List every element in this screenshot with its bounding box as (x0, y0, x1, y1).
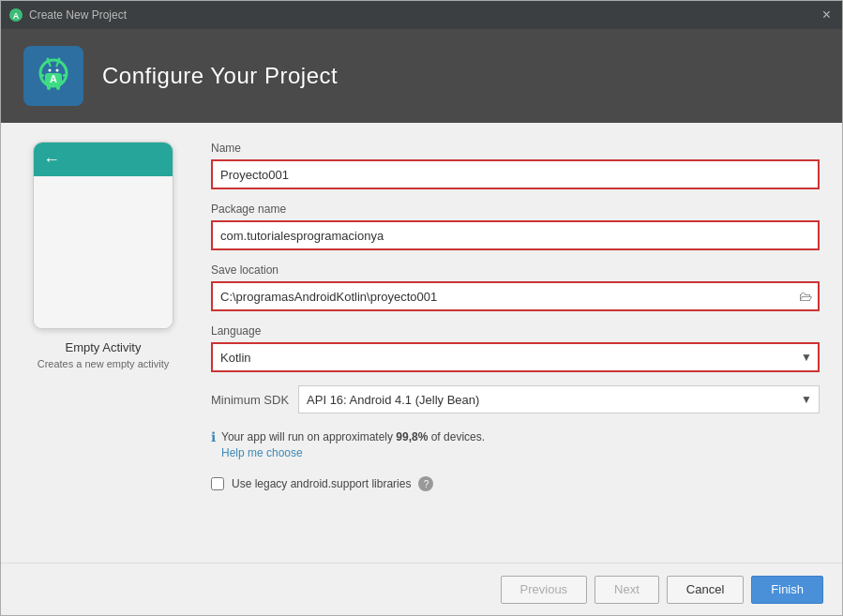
name-input[interactable] (211, 159, 820, 189)
phone-top-bar: ← (34, 143, 173, 176)
svg-point-10 (49, 69, 52, 72)
sdk-select-wrapper: API 16: Android 4.1 (Jelly Bean) API 21:… (298, 385, 820, 413)
window-title: Create New Project (29, 8, 127, 22)
preview-panel: ← Empty Activity Creates a new empty act… (23, 142, 183, 544)
name-group: Name (211, 142, 820, 189)
activity-type-label: Empty Activity (66, 340, 142, 354)
phone-body (34, 176, 173, 328)
previous-button[interactable]: Previous (501, 576, 588, 604)
back-arrow-icon: ← (43, 150, 60, 170)
header-banner: A Configure Your Project (1, 29, 842, 123)
svg-point-11 (56, 69, 59, 72)
cancel-button[interactable]: Cancel (667, 576, 744, 604)
legacy-help-icon[interactable]: ? (418, 476, 433, 491)
legacy-row: Use legacy android.support libraries ? (211, 476, 820, 491)
title-bar: A Create New Project × (1, 1, 842, 29)
svg-rect-6 (47, 84, 51, 90)
legacy-label: Use legacy android.support libraries (232, 477, 411, 490)
sdk-label: Minimum SDK (211, 393, 289, 407)
help-me-choose-link[interactable]: Help me choose (221, 446, 485, 459)
next-button[interactable]: Next (595, 576, 659, 604)
logo-icon: A (30, 53, 77, 99)
package-label: Package name (211, 203, 820, 216)
info-icon: ℹ (211, 429, 216, 444)
svg-text:A: A (50, 73, 57, 84)
language-label: Language (211, 324, 820, 338)
app-logo: A (23, 46, 83, 106)
sdk-row: Minimum SDK API 16: Android 4.1 (Jelly B… (211, 385, 820, 413)
content-area: ← Empty Activity Creates a new empty act… (1, 123, 842, 563)
folder-icon[interactable]: 🗁 (799, 289, 812, 304)
package-group: Package name (211, 203, 820, 250)
footer: Previous Next Cancel Finish (1, 563, 842, 615)
save-location-label: Save location (211, 263, 820, 277)
svg-text:A: A (13, 11, 20, 21)
info-text-before: Your app will run on approximately 99,8%… (221, 430, 485, 443)
close-button[interactable]: × (819, 8, 835, 23)
form-panel: Name Package name Save location 🗁 Langua… (211, 142, 820, 544)
info-content: Your app will run on approximately 99,8%… (221, 428, 485, 459)
android-studio-icon: A (8, 8, 23, 23)
finish-button[interactable]: Finish (751, 576, 823, 604)
sdk-select[interactable]: API 16: Android 4.1 (Jelly Bean) API 21:… (298, 385, 820, 413)
save-location-input[interactable] (211, 281, 820, 311)
svg-point-14 (47, 58, 50, 61)
activity-description: Creates a new empty activity (38, 358, 170, 369)
phone-mockup: ← (33, 142, 173, 329)
language-group: Language Kotlin Java ▼ (211, 324, 820, 372)
info-row: ℹ Your app will run on approximately 99,… (211, 428, 820, 459)
legacy-checkbox[interactable] (211, 477, 224, 490)
language-select-wrapper: Kotlin Java ▼ (211, 342, 820, 372)
save-location-group: Save location 🗁 (211, 263, 820, 311)
svg-rect-7 (56, 84, 60, 90)
package-input[interactable] (211, 220, 820, 250)
title-bar-left: A Create New Project (8, 8, 127, 23)
name-label: Name (211, 142, 820, 155)
save-location-wrapper: 🗁 (211, 281, 820, 311)
svg-rect-8 (39, 74, 44, 77)
page-title: Configure Your Project (102, 63, 338, 89)
window: A Create New Project × (0, 0, 843, 616)
svg-point-15 (58, 58, 61, 61)
svg-rect-9 (63, 74, 68, 77)
language-select[interactable]: Kotlin Java (211, 342, 820, 372)
